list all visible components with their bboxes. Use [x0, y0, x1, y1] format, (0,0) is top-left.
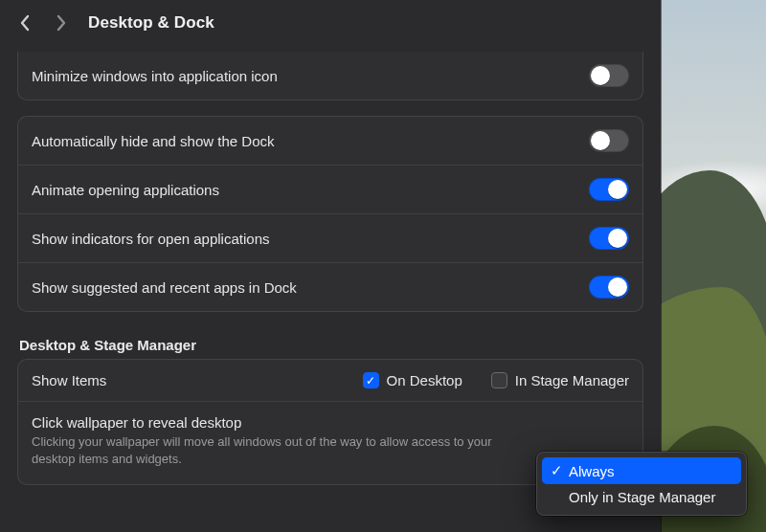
- row-show-items: Show Items ✓ On Desktop In Stage Manager: [18, 360, 642, 401]
- label-show-indicators: Show indicators for open applications: [32, 231, 269, 247]
- toggle-minimize-into-icon[interactable]: [589, 64, 629, 87]
- toggle-knob: [608, 277, 627, 297]
- chevron-left-icon: [19, 14, 31, 32]
- page-title: Desktop & Dock: [88, 13, 214, 33]
- toggle-knob: [608, 229, 627, 248]
- label-auto-hide-dock: Automatically hide and show the Dock: [32, 133, 274, 149]
- label-animate-opening: Animate opening applications: [32, 182, 219, 198]
- chevron-right-icon: [56, 14, 67, 32]
- menu-item-always[interactable]: ✓ Always: [542, 457, 741, 484]
- row-show-indicators: Show indicators for open applications: [18, 213, 642, 262]
- checkbox-box-on-desktop: ✓: [363, 372, 379, 388]
- show-items-checkboxes: ✓ On Desktop In Stage Manager: [363, 372, 629, 388]
- row-show-recents: Show suggested and recent apps in Dock: [18, 262, 642, 311]
- titlebar: Desktop & Dock: [0, 0, 661, 46]
- toggle-knob: [591, 131, 610, 150]
- checkbox-box-in-stage-manager: [491, 372, 507, 388]
- label-click-wallpaper: Click wallpaper to reveal desktop: [32, 414, 629, 431]
- click-wallpaper-dropdown-menu[interactable]: ✓ Always Only in Stage Manager: [536, 452, 747, 516]
- checkbox-in-stage-manager[interactable]: In Stage Manager: [491, 372, 629, 388]
- checkmark-icon: ✓: [550, 462, 563, 479]
- checkbox-on-desktop[interactable]: ✓ On Desktop: [363, 372, 462, 388]
- toggle-animate-opening[interactable]: [589, 178, 629, 201]
- label-minimize-into-icon: Minimize windows into application icon: [32, 68, 278, 84]
- toggle-auto-hide-dock[interactable]: [589, 129, 629, 152]
- nav-forward-button[interactable]: [48, 10, 75, 36]
- desc-click-wallpaper: Clicking your wallpaper will move all wi…: [32, 433, 529, 467]
- toggle-knob: [608, 180, 627, 199]
- label-show-recents: Show suggested and recent apps in Dock: [32, 279, 297, 296]
- settings-content: Minimize windows into application icon A…: [0, 52, 661, 502]
- label-show-items: Show Items: [32, 372, 106, 388]
- row-auto-hide-dock: Automatically hide and show the Dock: [18, 117, 642, 165]
- checkbox-label-in-stage-manager: In Stage Manager: [515, 372, 629, 388]
- menu-item-label: Always: [569, 463, 615, 479]
- row-minimize-into-icon: Minimize windows into application icon: [18, 52, 642, 100]
- menu-item-label: Only in Stage Manager: [569, 489, 715, 505]
- menu-item-only-stage-manager[interactable]: Only in Stage Manager: [542, 484, 741, 510]
- nav-back-button[interactable]: [11, 10, 38, 36]
- dock-settings-panel-2: Automatically hide and show the Dock Ani…: [17, 116, 643, 312]
- toggle-show-recents[interactable]: [589, 276, 629, 299]
- toggle-show-indicators[interactable]: [589, 227, 629, 250]
- toggle-knob: [591, 66, 610, 85]
- checkbox-label-on-desktop: On Desktop: [387, 372, 462, 388]
- section-title-stage-manager: Desktop & Stage Manager: [19, 337, 642, 353]
- row-animate-opening: Animate opening applications: [18, 165, 642, 213]
- dock-settings-panel: Minimize windows into application icon: [17, 52, 643, 100]
